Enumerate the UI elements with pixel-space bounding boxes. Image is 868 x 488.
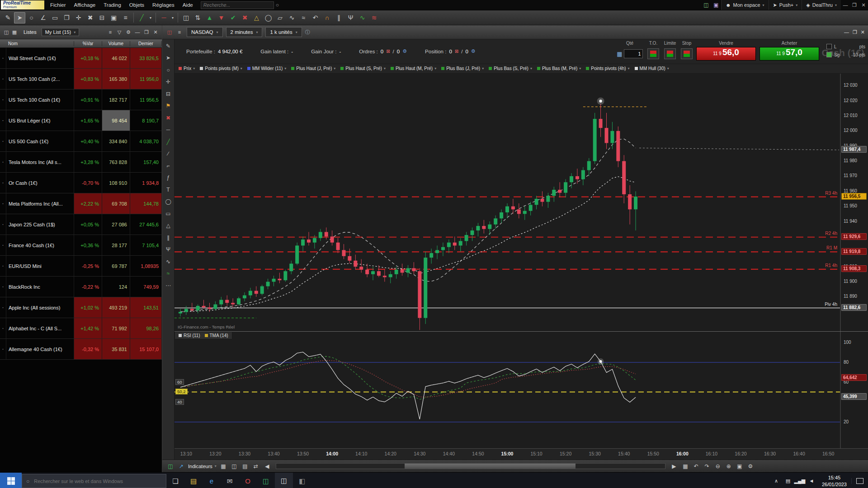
calendar2-icon[interactable]: ▦ bbox=[681, 462, 690, 471]
notification-center-button[interactable] bbox=[851, 478, 868, 484]
watchlist-row[interactable]: ▪US 500 Cash (1€)+0,40 %334 8404 038,70 bbox=[0, 131, 162, 152]
alert-icon[interactable]: △ bbox=[251, 12, 262, 23]
list-menu-icon[interactable]: ≡ bbox=[106, 28, 114, 36]
hline-icon[interactable]: ─ bbox=[164, 126, 173, 134]
timeframe-selector[interactable]: 2 minutes ▾ bbox=[226, 27, 263, 37]
legend-item-points-pivots-4h[interactable]: Points pivots (4h)▾ bbox=[586, 66, 629, 71]
column-header-volume[interactable]: Volume bbox=[102, 41, 130, 46]
legend-item-plus-haut-j-pr[interactable]: Plus Haut (J, Pré)▾ bbox=[291, 66, 335, 71]
rsi-legend-item-rsi-11[interactable]: RSI (11) bbox=[179, 333, 200, 338]
trash-icon[interactable]: ⊟ bbox=[96, 12, 108, 23]
rsi-panel[interactable]: RSI (11)TMA (14) 10080602064,64245,39960… bbox=[175, 331, 868, 448]
mon-espace-button[interactable]: ☻Mon espace▾ bbox=[721, 0, 769, 10]
volume-icon[interactable]: ◄ bbox=[806, 478, 817, 484]
watchlist-selector[interactable]: My List (15) ▾ bbox=[42, 28, 79, 36]
magnifier-icon[interactable]: ○ bbox=[164, 66, 173, 74]
channel-icon[interactable]: ∥ bbox=[164, 233, 173, 242]
zoom-in-icon[interactable]: ⊕ bbox=[724, 462, 733, 471]
text-icon[interactable]: T bbox=[164, 185, 173, 194]
pencil-icon[interactable]: ✎ bbox=[2, 12, 14, 23]
watchlist-row[interactable]: ▪Meta Platforms Inc (All...+2,22 %69 708… bbox=[0, 193, 162, 214]
scrollbar-thumb[interactable] bbox=[405, 464, 576, 469]
menubar-search-input[interactable] bbox=[201, 1, 274, 9]
chart-compare-icon[interactable]: ⇅ bbox=[192, 12, 203, 23]
zigzag-tool-icon[interactable]: ∿ bbox=[286, 12, 297, 23]
zigzag-green-icon[interactable]: ∿ bbox=[357, 12, 368, 23]
legend-item-plus-bas-j-pr[interactable]: Plus Bas (J, Pré)▾ bbox=[441, 66, 484, 71]
scroll-left-button[interactable]: ◀ bbox=[263, 462, 272, 471]
delete-icon[interactable]: ✖ bbox=[164, 113, 173, 122]
filter-icon[interactable]: ▽ bbox=[115, 28, 123, 36]
chart-scrollbar[interactable] bbox=[276, 463, 665, 469]
cancel-icon[interactable]: ✖ bbox=[239, 12, 250, 23]
watchlist-row[interactable]: ▪Wall Street Cash (1€)+0,18 %46 02233 82… bbox=[0, 48, 162, 69]
quantity-input[interactable] bbox=[624, 49, 643, 58]
trendline-icon[interactable]: ╱ bbox=[164, 137, 173, 146]
close-position-icon[interactable]: ⊠ bbox=[455, 49, 458, 54]
legend-item-plus-haut-s-pr[interactable]: Plus Haut (S, Pré)▾ bbox=[340, 66, 386, 71]
watchlist-row[interactable]: ▪Japon 225 Cash (1$)+0,05 %27 08627 445,… bbox=[0, 214, 162, 235]
watchlist-row[interactable]: ▪Tesla Motors Inc (All s...+3,28 %763 82… bbox=[0, 152, 162, 173]
hline-caret-icon[interactable]: ▾ bbox=[170, 12, 175, 23]
taskbar-search-input[interactable] bbox=[33, 478, 162, 484]
menu-aide[interactable]: Aide bbox=[179, 0, 197, 10]
units-selector[interactable]: 1 k unités ▾ bbox=[265, 27, 302, 37]
pencil-icon[interactable]: ✎ bbox=[164, 42, 173, 50]
minimize-icon[interactable]: — bbox=[844, 29, 849, 35]
legend-item-plus-bas-s-pr[interactable]: Plus Bas (S, Pré)▾ bbox=[489, 66, 532, 71]
menu-fichier[interactable]: Fichier bbox=[46, 0, 70, 10]
column-header-dernier[interactable]: Dernier bbox=[130, 41, 162, 46]
clipboard-icon[interactable]: ❐ bbox=[61, 12, 72, 23]
file-explorer-icon[interactable]: ▤ bbox=[184, 473, 203, 488]
watchlist-row[interactable]: ▪US Tech 100 Cash (2...+0,83 %165 38011 … bbox=[0, 69, 162, 89]
rsi-legend-item-tma-14[interactable]: TMA (14) bbox=[205, 333, 228, 338]
wave-icon[interactable]: ≈ bbox=[164, 269, 173, 278]
legend-item-plus-haut-m-pr[interactable]: Plus Haut (M, Pré)▾ bbox=[391, 66, 436, 71]
settings-icon[interactable]: ⚙ bbox=[124, 28, 132, 36]
chart-mini-icon[interactable]: ◫ bbox=[2, 28, 10, 36]
ellipse-tool-icon[interactable]: ◯ bbox=[263, 12, 274, 23]
maximize-icon[interactable]: ❐ bbox=[853, 29, 857, 35]
legend-item-plus-bas-m-pr[interactable]: Plus Bas (M, Pré)▾ bbox=[537, 66, 581, 71]
list-icon[interactable]: ≡ bbox=[175, 28, 184, 36]
legend-item-mm-wilder-11[interactable]: MM Wilder (11)▾ bbox=[247, 66, 287, 71]
rsi-chart-svg[interactable] bbox=[175, 332, 868, 448]
main-chart-svg[interactable]: R3 4hR2 4hR1 MR1 4hPiv 4h bbox=[175, 74, 868, 331]
stop-checkbox[interactable] bbox=[826, 52, 832, 57]
push-button[interactable]: ➤Push+▾ bbox=[769, 0, 802, 10]
menu-r-glages[interactable]: Réglages bbox=[148, 0, 179, 10]
close-icon[interactable]: ✕ bbox=[859, 2, 868, 8]
keypad-icon[interactable]: ▦ bbox=[617, 51, 622, 57]
measure-icon[interactable]: ∠ bbox=[38, 12, 49, 23]
position-settings-icon[interactable]: ⚙ bbox=[471, 48, 476, 54]
zigzag-multi-icon[interactable]: ≋ bbox=[368, 12, 380, 23]
fibonacci-icon[interactable]: ƒ bbox=[164, 174, 173, 182]
triangle-icon[interactable]: △ bbox=[164, 221, 173, 230]
mail-icon[interactable]: ✉ bbox=[221, 473, 239, 488]
sell-arrow-icon[interactable]: ▼ bbox=[216, 12, 227, 23]
watchlist-row[interactable]: ▪US Brut Léger (1€)+1,65 %98 4548 190,7 bbox=[0, 110, 162, 131]
settings-icon[interactable]: ⚙ bbox=[746, 462, 755, 471]
keyboard-icon[interactable]: ▤ bbox=[782, 478, 794, 484]
zoom-out-icon[interactable]: ⊖ bbox=[713, 462, 722, 471]
watchlist-row[interactable]: ▪Alphabet Inc - C (All S...+1,42 %71 992… bbox=[0, 318, 162, 339]
paint-icon[interactable]: ▣ bbox=[108, 12, 119, 23]
eraser-icon[interactable]: ▭ bbox=[49, 12, 61, 23]
watchlist-row[interactable]: ▪France 40 Cash (1€)+0,36 %28 1777 105,4 bbox=[0, 235, 162, 256]
trash-icon[interactable]: ⊟ bbox=[164, 89, 173, 98]
layers-icon[interactable]: ≡ bbox=[120, 12, 131, 23]
scroll-right-button[interactable]: ▶ bbox=[670, 462, 679, 471]
tray-expand-icon[interactable]: ∧ bbox=[770, 478, 782, 484]
close-icon[interactable]: ✕ bbox=[151, 28, 160, 36]
polygon-tool-icon[interactable]: ▱ bbox=[274, 12, 286, 23]
buy-arrow-icon[interactable]: ▲ bbox=[204, 12, 215, 23]
task-view-icon[interactable]: ❏ bbox=[166, 473, 184, 488]
buy-button[interactable]: 11 9 57,0 bbox=[760, 47, 819, 61]
opera-icon[interactable]: O bbox=[239, 473, 257, 488]
watchlist-row[interactable]: ▪Or Cash (1€)-0,70 %108 9101 934,8 bbox=[0, 173, 162, 193]
undo-tool-icon[interactable]: ↶ bbox=[310, 12, 321, 23]
tab-listes[interactable]: Listes bbox=[20, 28, 40, 36]
main-chart[interactable]: IG-Finance.com - Temps Réel R3 4hR2 4hR1… bbox=[175, 74, 868, 331]
crosshair-icon[interactable]: ✛ bbox=[164, 78, 173, 86]
delete-objects-icon[interactable]: ✖ bbox=[85, 12, 96, 23]
